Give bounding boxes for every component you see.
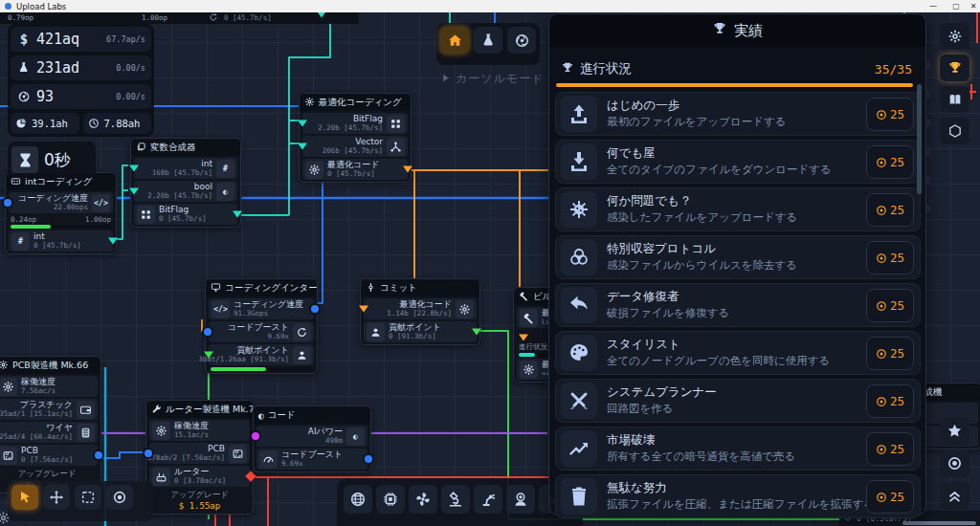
upgrade-label: アップグレード [146, 490, 253, 501]
menu-hexagon-button[interactable] [940, 118, 969, 144]
row-icon gear-icon [0, 378, 17, 396]
stats-row: 39.1ah7.88ah [11, 113, 151, 134]
row-icon spool-icon [77, 424, 95, 442]
row-text: コーディング速度91.3Gops [234, 300, 303, 318]
node-header: PCB製造機 Mk.66 [0, 357, 100, 374]
refresh-icon [209, 12, 218, 22]
achievement-row[interactable]: 特別収容プロトコル感染ファイルからウイルスを除去する25 [555, 235, 921, 279]
horizontal-scrollbar[interactable] [902, 521, 976, 525]
category-globe-button[interactable] [344, 485, 372, 514]
row-icon code-icon: </> [92, 194, 110, 212]
achievement-row[interactable]: データ修復者破損ファイルを修復する25 [555, 283, 921, 327]
graph-node[interactable]: コーディングインター…</>コーディング速度91.3Gopsコードブースト9.6… [205, 278, 318, 374]
virus-icon [568, 198, 590, 221]
category-astronaut-button[interactable] [506, 485, 535, 514]
achievements-panel-header: 実績 [549, 14, 925, 47]
action-star-button[interactable] [940, 417, 969, 445]
graph-node[interactable]: 変数合成器int168b [45.7b/s]#bool2.20b [45.7b/… [130, 138, 241, 228]
tab-flask-button[interactable] [474, 27, 502, 54]
hexagon-icon [947, 123, 963, 139]
disc-icon [16, 90, 32, 103]
trash-icon [568, 485, 590, 508]
achievement-reward-badge: 25 [866, 241, 914, 274]
achievement-row[interactable]: 市場破壊所有する全ての暗号通貨を高値で売る25 [555, 427, 921, 471]
currency-flask: 231ad0.00/s [11, 55, 151, 80]
achievement-description: 全てのタイプのファイルをダウンロードする [607, 163, 832, 177]
achievements-scrollbar[interactable] [917, 84, 922, 194]
node-upgrade[interactable]: アップグレード$ 1.55ap [146, 489, 253, 514]
node-row: 稼働速度7.56ac/s [0, 376, 98, 397]
achievement-row[interactable]: システムプランナー回路図を作る25 [555, 379, 921, 423]
menu-book-button[interactable] [940, 86, 969, 113]
graph-node[interactable]: コミット最適化コード1.14b [22.8b/s]貢献ポイント0 [91.3b/… [360, 278, 480, 345]
minimize-button[interactable]: — [924, 0, 942, 12]
node-header-icon gear-icon [304, 97, 315, 109]
node-row: PCB0 [7.56ac/s] [0, 445, 98, 466]
node-row: コーディング速度22.80ops</> [9, 192, 113, 213]
coin-icon [876, 252, 887, 264]
node-row: ルーター0 [3.78ac/s] [149, 466, 250, 487]
tool-target-button[interactable] [106, 485, 133, 510]
graph-node[interactable]: ルーター製造機 Mk.76稼働速度15.1ac/sPCB378ab/2 [7.5… [145, 400, 254, 515]
trophy-icon [947, 60, 963, 76]
currency-rate: 67.7ap/s [106, 34, 145, 44]
row-text: BitFlag2.20b [45.7b/s] [318, 115, 383, 132]
row-icon boost-icon [293, 323, 311, 341]
category-robot-button[interactable] [474, 485, 502, 514]
achievement-reward-value: 25 [890, 155, 904, 169]
achievement-icon-tile [561, 287, 597, 323]
maximize-button[interactable]: ▢ [947, 0, 965, 12]
output-port-orange [403, 166, 412, 173]
category-microscope-button[interactable] [441, 485, 470, 514]
progress-bar [211, 367, 312, 371]
action-target-button[interactable] [940, 449, 969, 477]
achievement-title: システムプランナー [607, 384, 717, 401]
achievement-reward-value: 25 [890, 490, 904, 504]
globe-icon [349, 491, 367, 508]
achievement-reward-badge: 25 [866, 384, 914, 418]
tab-home-button[interactable] [440, 27, 469, 54]
node-title: コミット [380, 282, 417, 295]
trophy-icon [561, 61, 574, 77]
achievement-row[interactable]: 何でも屋全てのタイプのファイルをダウンロードする25 [555, 140, 921, 184]
output-port-teal [108, 238, 118, 245]
undo-icon [568, 294, 590, 317]
currency-disc: 930.00/s [11, 84, 151, 109]
row-text: 貢献ポイント0 [91.3b/s] [389, 323, 441, 340]
graph-node[interactable]: PCB製造機 Mk.66稼働速度7.56ac/sプラスチック135ad/1 [1… [0, 356, 101, 493]
achievement-row[interactable]: スタイリスト全てのノードグループの色を同時に使用する25 [555, 331, 921, 375]
menu-gear-button[interactable] [940, 23, 969, 50]
progress-max: 1.00op [85, 215, 111, 224]
achievement-title: 何でも屋 [607, 145, 656, 162]
tool-cursor-button[interactable] [11, 485, 38, 510]
currency-rate: 0.00/s [116, 92, 145, 101]
action-chevrons-button[interactable] [940, 482, 969, 510]
category-fan-button[interactable] [409, 485, 437, 514]
node-header-icon layers-icon [136, 142, 146, 154]
achievement-row[interactable]: 無駄な努力拡張ファイルを圧縮、または圧縮ファイルを拡張する25 [555, 474, 921, 518]
tab-disc-button[interactable] [507, 27, 536, 54]
achievement-row[interactable]: 何か問題でも？感染したファイルをアップロードする25 [555, 187, 921, 231]
graph-node[interactable]: 最適化コーディングBitFlag2.20b [45.7b/s]Vector206… [299, 93, 412, 183]
quick-actions-toolbar [940, 417, 970, 510]
tool-select-button[interactable] [75, 485, 101, 510]
row-text: コーディング速度22.80ops [18, 194, 88, 211]
achievement-reward-value: 25 [890, 394, 904, 408]
category-chip-button[interactable] [376, 485, 405, 514]
row-value: 2.20b [45.7b/s] [318, 124, 383, 132]
tool-move-button[interactable] [43, 485, 70, 510]
graph-node[interactable]: intコーディングコーディング速度22.80ops</>0.24op1.00op… [5, 172, 117, 254]
node-row: 貢献ポイント0 [91.3b/s] [364, 321, 477, 342]
graph-node[interactable]: ◐コードAIパワー498m◐コードブースト9.69x [253, 405, 371, 472]
achievement-icon-tile [561, 478, 597, 515]
flask-icon [16, 61, 32, 75]
menu-trophy-button[interactable] [940, 55, 969, 81]
move-icon [49, 490, 64, 505]
achievements-progress-bar [556, 83, 913, 87]
input-port-blue [204, 328, 212, 336]
node-row: BitFlag0 [45.7b/s] [134, 204, 237, 225]
close-button[interactable]: ✕ [965, 0, 980, 12]
progress-current: 0.24op [11, 215, 36, 224]
achievement-row[interactable]: はじめの一歩最初のファイルをアップロードする25 [555, 92, 921, 136]
row-icon wallet-icon [77, 401, 95, 419]
